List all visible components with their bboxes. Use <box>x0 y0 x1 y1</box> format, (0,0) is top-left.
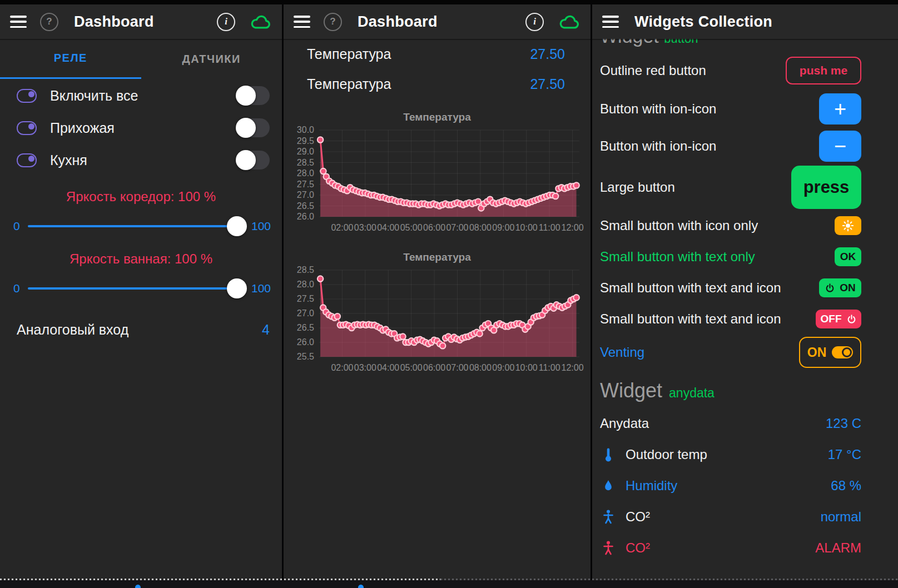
widget-row: Venting ON <box>592 335 898 370</box>
screen: ? Dashboard i РЕЛЕ ДАТЧИКИ Включить все … <box>0 0 898 588</box>
temperature-chart-2[interactable]: 25.526.026.527.027.528.028.502:0003:0004… <box>287 266 587 377</box>
tab-datchiki[interactable]: ДАТЧИКИ <box>141 39 282 79</box>
thermometer-icon <box>602 447 614 462</box>
analog-input-label: Аналоговый вход <box>17 322 128 338</box>
slider-handle[interactable] <box>227 278 247 298</box>
plus-button[interactable]: + <box>819 93 861 124</box>
widget-label: Button with ion-icon <box>600 101 716 117</box>
temperature-chart-1[interactable]: 26.026.527.027.528.028.529.029.530.002:0… <box>287 126 587 237</box>
menu-icon[interactable] <box>10 16 27 28</box>
slider-track[interactable] <box>28 278 244 299</box>
svg-text:07:00: 07:00 <box>446 363 468 372</box>
svg-text:30.0: 30.0 <box>297 126 314 134</box>
svg-text:27.5: 27.5 <box>297 294 314 303</box>
widget-label: Small button with icon only <box>600 218 758 233</box>
data-label: Outdoor temp <box>626 447 828 462</box>
push-me-button[interactable]: push me <box>786 57 861 84</box>
svg-text:25.5: 25.5 <box>297 352 314 361</box>
press-button[interactable]: press <box>791 166 861 209</box>
data-row-humidity: Humidity 68 % <box>592 470 898 501</box>
slider-handle[interactable] <box>227 216 247 236</box>
water-drop-icon <box>603 479 614 493</box>
svg-text:28.5: 28.5 <box>297 266 314 275</box>
power-icon <box>825 283 835 293</box>
switch-row-all: Включить все <box>0 80 282 111</box>
slider-bath: 0 100 <box>0 272 282 305</box>
person-icon <box>602 509 615 525</box>
tab-rele[interactable]: РЕЛЕ <box>0 39 141 79</box>
page-title: Dashboard <box>358 13 525 31</box>
svg-text:04:00: 04:00 <box>377 223 399 232</box>
data-row-co2-normal: CO² normal <box>592 501 898 532</box>
value-label: Температура <box>307 76 391 92</box>
widget-label: Small button with text only <box>600 249 755 265</box>
cloud-status-icon[interactable] <box>558 13 581 30</box>
svg-text:04:00: 04:00 <box>377 363 399 372</box>
chart-title: Температура <box>284 251 591 263</box>
svg-text:09:00: 09:00 <box>492 363 514 372</box>
switch-kitchen-toggle[interactable] <box>237 151 270 170</box>
page-title: Widgets Collection <box>634 13 888 31</box>
minus-button[interactable]: − <box>819 131 861 162</box>
clipped-section-heading: Widget button <box>592 39 898 51</box>
help-icon[interactable]: ? <box>324 13 342 31</box>
svg-text:28.0: 28.0 <box>297 168 314 178</box>
menu-icon[interactable] <box>602 16 619 28</box>
analog-input-row: Аналоговый вход 4 <box>0 318 282 341</box>
widget-label: Outline red button <box>600 63 706 78</box>
toggle-widget-icon <box>17 121 37 135</box>
dashed-divider <box>440 579 898 580</box>
slider-track[interactable] <box>28 216 244 237</box>
power-icon <box>846 314 857 325</box>
svg-text:26.5: 26.5 <box>297 323 314 332</box>
venting-toggle-button[interactable]: ON <box>799 337 861 368</box>
info-icon[interactable]: i <box>525 13 544 31</box>
switch-hallway-toggle[interactable] <box>237 118 270 137</box>
info-icon[interactable]: i <box>217 13 235 31</box>
svg-text:03:00: 03:00 <box>354 363 376 372</box>
widget-row: Button with ion-icon + <box>592 90 898 127</box>
data-value: ALARM <box>815 540 861 556</box>
data-label: Humidity <box>626 478 831 494</box>
svg-text:11:00: 11:00 <box>539 223 560 232</box>
section-heading-anydata: Widget anydata <box>600 379 898 405</box>
svg-text:29.5: 29.5 <box>297 136 314 146</box>
data-value: 68 % <box>831 478 861 494</box>
widget-label: Large button <box>600 180 675 195</box>
data-value: normal <box>821 509 861 525</box>
data-label: CO² <box>626 540 815 556</box>
switch-all-toggle[interactable] <box>237 86 270 105</box>
svg-text:02:00: 02:00 <box>331 223 353 232</box>
data-value: 123 C <box>826 416 861 431</box>
off-button[interactable]: OFF <box>816 310 861 328</box>
value-label: Температура <box>307 46 391 62</box>
menu-icon[interactable] <box>294 16 310 28</box>
svg-text:10:00: 10:00 <box>515 223 538 232</box>
slider-corridor-label: Яркость коредор: 100 % <box>0 189 282 205</box>
svg-text:29.0: 29.0 <box>297 147 314 156</box>
app-bar: ? Dashboard i <box>284 4 591 39</box>
toggle-on-icon <box>832 346 853 358</box>
cloud-status-icon[interactable] <box>250 13 272 30</box>
widget-row: Outline red button push me <box>592 51 898 90</box>
switch-row-kitchen: Кухня <box>0 144 282 176</box>
toggle-widget-icon <box>17 153 37 167</box>
sun-icon <box>842 220 854 232</box>
value-row-temperature-2: Температура 27.50 <box>284 69 591 99</box>
switch-row-hallway: Прихожая <box>0 112 282 143</box>
svg-text:12:00: 12:00 <box>562 223 584 232</box>
dashed-divider <box>0 579 440 580</box>
slider-corridor: 0 100 <box>0 210 282 242</box>
brightness-button[interactable] <box>835 216 861 235</box>
app-bar: Widgets Collection <box>592 4 898 39</box>
svg-text:09:00: 09:00 <box>492 223 514 232</box>
svg-text:28.5: 28.5 <box>297 158 314 167</box>
data-row-anydata: Anydata 123 C <box>592 408 898 439</box>
slider-max: 100 <box>251 282 271 295</box>
help-icon[interactable]: ? <box>40 13 58 31</box>
svg-text:07:00: 07:00 <box>446 223 468 232</box>
ok-button[interactable]: OK <box>835 247 861 266</box>
page-title: Dashboard <box>74 13 217 31</box>
clipped-widget-icon <box>135 585 141 588</box>
on-button[interactable]: ON <box>819 278 861 297</box>
